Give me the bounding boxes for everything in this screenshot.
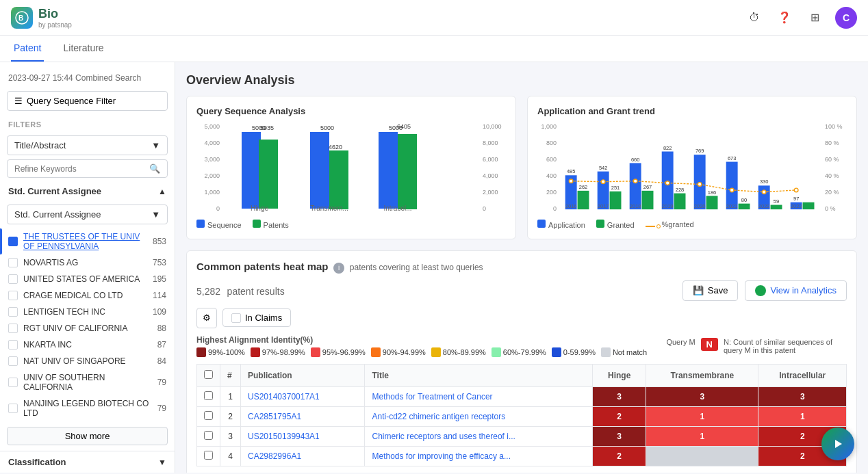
query-n-desc: N: Count of similar sequences of query M…: [724, 338, 847, 354]
save-label: Save: [708, 285, 728, 295]
grant-chart-legend: Application Granted %granted: [537, 220, 847, 229]
svg-text:251: 251: [611, 185, 620, 191]
std-assignee-collapse[interactable]: ▲: [158, 187, 166, 196]
row-pub-0[interactable]: US20140370017A1: [241, 386, 365, 406]
assignee-checkbox-8[interactable]: [8, 378, 18, 387]
in-claims-checkbox[interactable]: [231, 313, 241, 323]
assignee-item-6[interactable]: NKARTA INC 87: [0, 337, 175, 353]
assignee-label-6: NKARTA INC: [23, 340, 152, 350]
avatar[interactable]: C: [835, 7, 857, 29]
row-transmem-0: 3: [646, 386, 758, 406]
table-row: 4 CA2982996A1 Methods for improving the …: [197, 446, 847, 466]
assignee-checkbox-1[interactable]: [8, 258, 18, 267]
fab-button[interactable]: [821, 427, 854, 460]
assignee-item-9[interactable]: NANJING LEGEND BIOTECH CO LTD 79: [0, 395, 175, 421]
select-all-checkbox[interactable]: [204, 370, 213, 379]
row-checkbox-0[interactable]: [197, 386, 220, 406]
timer-icon[interactable]: ⏱: [745, 8, 764, 27]
sidebar: 2023-09-27 15:44 Combined Search ☰ Query…: [0, 62, 175, 473]
assignee-item-1[interactable]: NOVARTIS AG 753: [0, 254, 175, 271]
row-pub-1[interactable]: CA2851795A1: [241, 406, 365, 426]
assignee-count-6: 87: [157, 340, 166, 350]
tab-patent[interactable]: Patent: [11, 36, 44, 62]
legend-0-59: 0-59.99%: [552, 347, 596, 357]
row-pub-3[interactable]: CA2982996A1: [241, 446, 365, 466]
tab-literature[interactable]: Literature: [60, 36, 106, 62]
row-checkbox-1[interactable]: [197, 406, 220, 426]
assignee-item-3[interactable]: CRAGE MEDICAL CO LTD 114: [0, 287, 175, 304]
charts-row: Query Sequence Analysis 5,000 4,000 3,00…: [186, 96, 857, 239]
row-cb-1[interactable]: [204, 411, 213, 420]
svg-text:660: 660: [631, 157, 640, 163]
assignee-checkbox-6[interactable]: [8, 340, 18, 350]
row-hinge-1: 2: [592, 406, 646, 426]
svg-text:B: B: [18, 14, 23, 22]
assignee-checkbox-0[interactable]: [8, 237, 18, 246]
row-title-0[interactable]: Methods for Treatment of Cancer: [365, 386, 593, 406]
legend-60-79: 60%-79.99%: [492, 347, 546, 357]
assignee-item-0[interactable]: THE TRUSTEES OF THE UNIV OF PENNSYLVANIA…: [0, 228, 175, 254]
view-analytics-button[interactable]: View in Analytics: [745, 280, 847, 301]
svg-point-51: [665, 181, 669, 185]
row-title-3[interactable]: Methods for improving the efficacy a...: [365, 446, 593, 466]
assignee-item-7[interactable]: NAT UNIV OF SINGAPORE 84: [0, 353, 175, 369]
svg-text:822: 822: [663, 145, 672, 151]
seq-analysis-card: Query Sequence Analysis 5,000 4,000 3,00…: [186, 96, 516, 239]
settings-button[interactable]: ⚙: [196, 308, 217, 328]
legend-color-80-89: [431, 347, 441, 357]
query-n-group: N: [701, 338, 718, 351]
assignee-count-9: 79: [157, 404, 166, 413]
legend-group: Highest Alignment Identity(%) 99%-100% 9…: [196, 335, 647, 357]
chevron-down-icon: ▼: [151, 140, 160, 150]
row-cb-0[interactable]: [204, 391, 213, 400]
classification-collapse[interactable]: ▼: [158, 458, 166, 467]
col-header-transmem: Transmembrane: [646, 364, 758, 386]
search-icon[interactable]: 🔍: [149, 163, 160, 174]
results-bar: 5,282 patent results 💾 Save View in Anal…: [196, 280, 847, 301]
assignee-checkbox-7[interactable]: [8, 356, 18, 366]
row-transmem-2: 1: [646, 426, 758, 446]
query-m-box: Query M N N: Count of similar sequences …: [666, 338, 847, 354]
save-icon: 💾: [693, 285, 704, 295]
assignee-item-4[interactable]: LENTIGEN TECH INC 109: [0, 304, 175, 320]
grid-icon[interactable]: ⊞: [805, 8, 824, 27]
row-checkbox-2[interactable]: [197, 426, 220, 446]
row-title-2[interactable]: Chimeric receptors and uses thereof i...: [365, 426, 593, 446]
row-cb-3[interactable]: [204, 451, 213, 460]
sidebar-search-info: 2023-09-27 15:44 Combined Search: [0, 69, 175, 87]
std-assignee-select[interactable]: Std. Current Assignee ▼: [7, 205, 168, 224]
refine-keywords-input[interactable]: [14, 164, 149, 174]
assignee-checkbox-5[interactable]: [8, 324, 18, 333]
save-button[interactable]: 💾 Save: [682, 280, 739, 301]
row-checkbox-3[interactable]: [197, 446, 220, 466]
svg-text:2019: 2019: [662, 203, 674, 209]
analytics-label: View in Analytics: [770, 285, 837, 295]
assignee-checkbox-9[interactable]: [8, 404, 18, 413]
query-sequence-filter-button[interactable]: ☰ Query Sequence Filter: [7, 91, 168, 111]
svg-rect-5: [259, 140, 278, 209]
classification-label: Classification: [8, 457, 66, 467]
heatmap-info-icon[interactable]: i: [333, 263, 344, 274]
assignee-count-5: 88: [157, 324, 166, 333]
assignee-checkbox-4[interactable]: [8, 307, 18, 317]
title-abstract-select[interactable]: Title/Abstract ▼: [7, 135, 168, 155]
assignee-item-2[interactable]: UNITED STATES OF AMERICA 195: [0, 271, 175, 287]
in-claims-button[interactable]: In Claims: [222, 308, 291, 327]
assignee-item-5[interactable]: RGT UNIV OF CALIFORNIA 88: [0, 320, 175, 337]
assignee-item-8[interactable]: UNIV OF SOUTHERN CALIFORNIA 79: [0, 369, 175, 395]
show-more-button[interactable]: Show more: [7, 427, 168, 445]
legend-not-match: Not match: [601, 347, 647, 357]
row-title-1[interactable]: Anti-cd22 chimeric antigen receptors: [365, 406, 593, 426]
row-cb-2[interactable]: [204, 431, 213, 440]
std-assignee-select-label: Std. Current Assignee: [14, 209, 101, 220]
assignee-label-8: UNIV OF SOUTHERN CALIFORNIA: [23, 373, 152, 392]
row-num-3: 4: [220, 446, 241, 466]
legend-label-90-94: 90%-94.99%: [383, 348, 426, 356]
assignee-checkbox-3[interactable]: [8, 291, 18, 300]
row-num-0: 1: [220, 386, 241, 406]
svg-text:97: 97: [793, 196, 799, 202]
assignee-checkbox-2[interactable]: [8, 274, 18, 284]
assignee-label-7: NAT UNIV OF SINGAPORE: [23, 356, 152, 366]
help-icon[interactable]: ❓: [775, 8, 794, 27]
row-pub-2[interactable]: US20150139943A1: [241, 426, 365, 446]
